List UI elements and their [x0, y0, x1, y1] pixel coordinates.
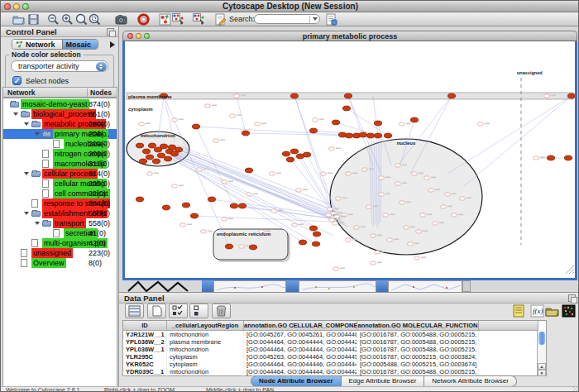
- node[interactable]: [334, 215, 340, 218]
- node[interactable]: [282, 151, 290, 156]
- node[interactable]: [246, 193, 252, 196]
- table-cell[interactable]: YJR121W__1: [123, 331, 167, 338]
- table-cell[interactable]: YLR295C: [123, 353, 167, 361]
- background-window-frame[interactable]: [202, 280, 213, 292]
- zoom-in-icon[interactable]: [61, 13, 74, 26]
- node[interactable]: [366, 205, 372, 208]
- node[interactable]: [192, 124, 199, 129]
- background-window-strip[interactable]: [388, 280, 462, 292]
- node[interactable]: [328, 208, 333, 211]
- node[interactable]: [222, 180, 227, 184]
- tree-row[interactable]: multi-organism pro42(0): [3, 238, 117, 248]
- table-cell[interactable]: YKR052C: [123, 361, 167, 368]
- node[interactable]: [309, 128, 317, 133]
- tree-row[interactable]: secretion41(0): [3, 228, 117, 238]
- table-cell[interactable]: [GO:0044464, GO:0044444, GO:0044425, G..…: [244, 346, 357, 353]
- node[interactable]: [290, 149, 298, 154]
- table-cell[interactable]: [GO:0016787, GO:0005488, GO:0005215, G..…: [357, 346, 479, 353]
- node-color-dropdown[interactable]: transporter activity: [11, 60, 108, 72]
- tree-row[interactable]: mosaic-demo-yeast874(0): [3, 99, 117, 109]
- column-header[interactable]: _cellularLayoutRegion: [167, 321, 244, 331]
- search-input[interactable]: [258, 15, 306, 23]
- node[interactable]: [400, 122, 405, 126]
- node[interactable]: [197, 168, 203, 171]
- node[interactable]: [139, 159, 146, 164]
- network-tree[interactable]: mosaic-demo-yeast874(0)biological_proces…: [2, 98, 117, 392]
- node[interactable]: [333, 222, 338, 225]
- tree-row[interactable]: nucleobase-209(0): [3, 139, 117, 149]
- open-file-icon[interactable]: [12, 13, 25, 26]
- node[interactable]: [230, 203, 237, 208]
- tree-row[interactable]: unassigned223(0): [3, 248, 117, 258]
- node[interactable]: [238, 203, 246, 208]
- tree-expander-icon[interactable]: [35, 222, 40, 225]
- background-window-edges[interactable]: [125, 280, 193, 292]
- network-view-window[interactable]: primary metabolic process plasma membran…: [122, 31, 577, 280]
- tree-row[interactable]: establishment of lo558(0): [3, 208, 117, 218]
- node[interactable]: [136, 197, 143, 202]
- vizmapper-icon[interactable]: [159, 13, 171, 26]
- node[interactable]: [374, 121, 381, 126]
- table-row[interactable]: YPL036W__2plasma membrane[GO:0044464, GO…: [123, 338, 546, 346]
- annotation-icon[interactable]: [214, 13, 227, 26]
- scrollbar-thumb[interactable]: [538, 332, 545, 345]
- attribute-browser-tab[interactable]: Node Attribute Browser: [251, 375, 342, 387]
- float-panel-icon[interactable]: [568, 294, 576, 302]
- duplicate-network-icon[interactable]: [193, 13, 205, 26]
- table-cell[interactable]: cytoplasm: [167, 353, 244, 361]
- tree-row[interactable]: primary metabo209(...: [3, 129, 117, 139]
- view-resize-grip[interactable]: [572, 272, 574, 274]
- node[interactable]: [366, 133, 374, 138]
- node[interactable]: [345, 133, 352, 138]
- tree-row[interactable]: response to stimulu264(0): [3, 198, 117, 208]
- table-scrollbar[interactable]: ▲▼: [537, 331, 546, 376]
- scroll-down-icon[interactable]: ▼: [538, 370, 546, 376]
- tree-row[interactable]: cell communicat22(0): [3, 189, 117, 198]
- node[interactable]: [147, 172, 153, 175]
- node[interactable]: [230, 114, 236, 117]
- node[interactable]: [142, 149, 150, 154]
- node[interactable]: [255, 122, 261, 126]
- node[interactable]: [213, 139, 219, 142]
- table-cell[interactable]: [GO:0016787, GO:0005488, GO:0005215, G..…: [357, 331, 479, 338]
- tree-expander-icon[interactable]: [35, 132, 40, 136]
- node[interactable]: [205, 104, 211, 108]
- node[interactable]: [408, 242, 414, 246]
- node[interactable]: [162, 205, 170, 210]
- node[interactable]: [313, 118, 318, 122]
- node[interactable]: [326, 213, 332, 217]
- node[interactable]: [222, 218, 227, 221]
- table-cell[interactable]: mitochondrion: [167, 331, 244, 338]
- node[interactable]: [404, 226, 409, 229]
- node[interactable]: [354, 226, 360, 229]
- attribute-browser-tab[interactable]: Network Attribute Browser: [424, 375, 516, 387]
- node[interactable]: [375, 251, 380, 254]
- node[interactable]: [271, 209, 277, 213]
- node[interactable]: [416, 230, 422, 233]
- node[interactable]: [309, 226, 317, 231]
- table-cell[interactable]: [GO:0044464, GO:0044444, GO:0044425, G..…: [244, 338, 357, 346]
- save-icon[interactable]: [27, 13, 40, 26]
- tree-row[interactable]: macromolecule311(0): [3, 159, 117, 169]
- node[interactable]: [547, 155, 554, 160]
- node[interactable]: [342, 106, 350, 111]
- node[interactable]: [332, 120, 339, 125]
- node[interactable]: [190, 213, 198, 218]
- node[interactable]: [424, 176, 430, 179]
- search-input-box[interactable]: [254, 14, 320, 24]
- node[interactable]: [478, 122, 484, 126]
- node[interactable]: [383, 213, 389, 217]
- table-cell[interactable]: mitochondrion: [167, 368, 244, 375]
- node[interactable]: [312, 241, 319, 246]
- tree-expander-icon[interactable]: [24, 212, 29, 215]
- node[interactable]: [333, 267, 339, 270]
- node[interactable]: [567, 93, 575, 98]
- node[interactable]: [292, 223, 298, 227]
- network-view-titlebar[interactable]: primary metabolic process: [122, 31, 577, 41]
- background-window-strip[interactable]: [299, 280, 376, 292]
- search-dropdown-icon[interactable]: [313, 17, 318, 21]
- node[interactable]: [441, 205, 447, 208]
- node[interactable]: [136, 143, 143, 148]
- node[interactable]: [139, 122, 145, 126]
- node[interactable]: [428, 189, 434, 192]
